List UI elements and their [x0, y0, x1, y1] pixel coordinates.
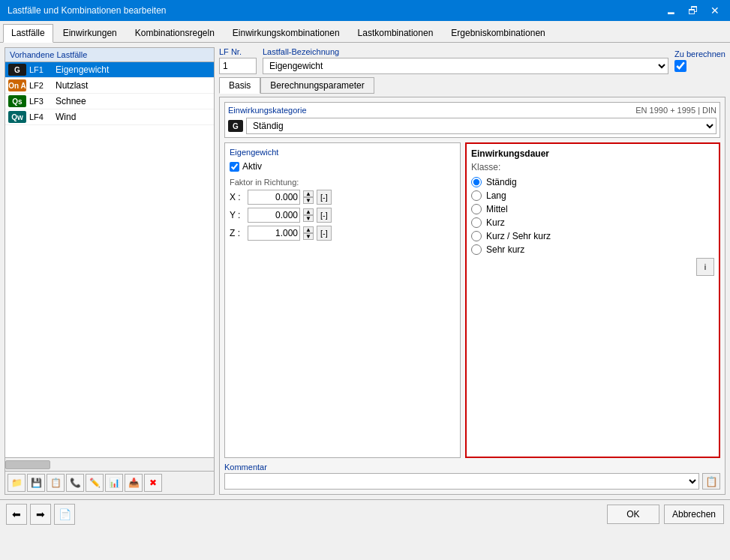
radio-mittel-input[interactable] — [471, 204, 482, 214]
faktor-z-row: Z : ▲ ▼ [-] — [230, 226, 455, 241]
title-bar: Lastfälle und Kombinationen bearbeiten 🗕… — [0, 0, 730, 21]
lf-item[interactable]: Qs LF3 Schnee — [5, 94, 214, 109]
doc-button[interactable]: 📄 — [54, 504, 75, 525]
z-axis-label: Z : — [230, 228, 245, 238]
aktiv-label: Aktiv — [242, 161, 262, 172]
left-toolbar: 📁 💾 📋 📞 ✏️ 📊 📥 ✖ — [5, 471, 214, 494]
phone-button[interactable]: 📞 — [66, 474, 84, 492]
horizontal-scrollbar[interactable] — [5, 457, 214, 471]
einwirkungskategorie-select[interactable]: Ständig — [246, 118, 716, 134]
radio-kurz: Kurz — [471, 217, 714, 228]
radio-kurz-label: Kurz — [486, 217, 505, 228]
kommentar-select[interactable] — [224, 473, 699, 490]
minimize-button[interactable]: 🗕 — [662, 4, 679, 16]
main-tab-bar: Lastfälle Einwirkungen Kombinationsregel… — [0, 21, 730, 43]
window-title: Lastfälle und Kombinationen bearbeiten — [8, 5, 167, 16]
bottom-bar: ⬅ ➡ 📄 OK Abbrechen — [0, 499, 730, 528]
bezeichnung-select[interactable]: Eigengewicht — [263, 58, 668, 74]
lf-item[interactable]: Qw LF4 Wind — [5, 109, 214, 125]
bezeichnung-group: Lastfall-Bezeichnung Eigengewicht — [263, 47, 668, 74]
radio-kurz-sehr-kurz-input[interactable] — [471, 231, 482, 241]
x-spinner-up[interactable]: ▲ — [303, 190, 314, 197]
sub-tab-berechnungsparameter[interactable]: Berechnungsparameter — [260, 77, 374, 94]
z-bracket-button[interactable]: [-] — [317, 226, 332, 241]
y-spinner: ▲ ▼ — [303, 208, 314, 222]
tab-ergebniskombinationen[interactable]: Ergebniskombinationen — [443, 24, 553, 42]
radio-sehr-kurz-label: Sehr kurz — [486, 244, 524, 255]
z-spinner-down[interactable]: ▼ — [303, 233, 314, 240]
einwirkungskategorie-select-wrap: G Ständig — [228, 118, 716, 134]
radio-standig-input[interactable] — [471, 177, 482, 187]
save-button[interactable]: 💾 — [27, 474, 45, 492]
zu-berechnen-checkbox[interactable] — [674, 60, 686, 72]
y-spinner-up[interactable]: ▲ — [303, 208, 314, 215]
faktor-x-row: X : ▲ ▼ [-] — [230, 190, 455, 205]
einwirkungskategorie-section: Einwirkungskategorie EN 1990 + 1995 | DI… — [224, 102, 720, 138]
kommentar-button[interactable]: 📋 — [702, 473, 720, 490]
einwirkungsdauer-section: Einwirkungsdauer Klasse: Ständig Lang Mi… — [465, 142, 720, 458]
back-button[interactable]: ⬅ — [6, 504, 27, 525]
close-button[interactable]: ✕ — [707, 4, 722, 16]
tab-einwirkungen[interactable]: Einwirkungen — [55, 24, 125, 42]
edit-button[interactable]: ✏️ — [86, 474, 104, 492]
einwirkungskategorie-header: Einwirkungskategorie EN 1990 + 1995 | DI… — [228, 106, 716, 115]
abbrechen-button[interactable]: Abbrechen — [664, 505, 724, 524]
tab-lastfaelle[interactable]: Lastfälle — [3, 24, 53, 43]
radio-kurz-input[interactable] — [471, 217, 482, 228]
lf-badge-qs: Qs — [8, 95, 26, 107]
g-badge: G — [228, 120, 243, 132]
delete-button[interactable]: ✖ — [144, 474, 162, 492]
lf-nr-input[interactable] — [219, 58, 257, 74]
scroll-thumb[interactable] — [5, 460, 50, 469]
y-bracket-button[interactable]: [-] — [317, 208, 332, 223]
window-controls: 🗕 🗗 ✕ — [662, 4, 722, 16]
table-button[interactable]: 📊 — [105, 474, 123, 492]
x-axis-label: X : — [230, 192, 245, 202]
tab-lastkombinationen[interactable]: Lastkombinationen — [350, 24, 442, 42]
restore-button[interactable]: 🗗 — [685, 4, 701, 16]
sub-tab-basis[interactable]: Basis — [219, 77, 260, 94]
x-spinner-down[interactable]: ▼ — [303, 197, 314, 204]
bottom-right-buttons: OK Abbrechen — [607, 505, 724, 524]
copy-button[interactable]: 📋 — [47, 474, 65, 492]
y-input[interactable] — [248, 208, 300, 223]
y-spinner-down[interactable]: ▼ — [303, 215, 314, 222]
einwirkungsdauer-title: Einwirkungsdauer — [471, 148, 714, 159]
eigengewicht-title: Eigengewicht — [230, 148, 455, 157]
sub-tab-bar: Basis Berechnungsparameter — [219, 77, 725, 94]
aktiv-checkbox[interactable] — [230, 162, 239, 172]
lf-badge-ona: On A — [8, 79, 26, 91]
lf-name: Nutzlast — [56, 80, 88, 91]
tab-kombinationsregeln[interactable]: Kombinationsregeln — [127, 24, 223, 42]
z-spinner: ▲ ▼ — [303, 226, 314, 240]
x-input[interactable] — [248, 190, 300, 205]
lf-list: G LF1 Eigengewicht On A LF2 Nutzlast Qs … — [5, 62, 214, 457]
import-button[interactable]: 📥 — [125, 474, 143, 492]
z-input[interactable] — [248, 226, 300, 241]
radio-standig-label: Ständig — [486, 177, 517, 187]
zu-berechnen-label: Zu berechnen — [674, 49, 725, 58]
forward-button[interactable]: ➡ — [30, 504, 51, 525]
z-spinner-up[interactable]: ▲ — [303, 226, 314, 233]
tab-einwirkungskombinationen[interactable]: Einwirkungskombinationen — [224, 24, 348, 42]
lf-item[interactable]: G LF1 Eigengewicht — [5, 62, 214, 78]
zu-berechnen-group: Zu berechnen — [674, 49, 725, 72]
right-panel: LF Nr. Lastfall-Bezeichnung Eigengewicht… — [219, 47, 725, 495]
radio-lang-input[interactable] — [471, 190, 482, 201]
info-button[interactable]: i — [696, 258, 714, 276]
left-panel: Vorhandene Lastfälle G LF1 Eigengewicht … — [5, 47, 215, 495]
klasse-label: Klasse: — [471, 162, 714, 172]
lf-nr-label: LF Nr. — [219, 47, 257, 56]
lf-item[interactable]: On A LF2 Nutzlast — [5, 78, 214, 94]
y-axis-label: Y : — [230, 210, 245, 220]
einwirkungsdauer-footer: i — [471, 258, 714, 276]
lf-nr-group: LF Nr. — [219, 47, 257, 74]
add-button[interactable]: 📁 — [8, 474, 26, 492]
radio-sehr-kurz: Sehr kurz — [471, 244, 714, 255]
radio-sehr-kurz-input[interactable] — [471, 244, 482, 255]
x-spinner: ▲ ▼ — [303, 190, 314, 204]
ok-button[interactable]: OK — [607, 505, 659, 524]
radio-lang: Lang — [471, 190, 714, 201]
x-bracket-button[interactable]: [-] — [317, 190, 332, 205]
content-area: Vorhandene Lastfälle G LF1 Eigengewicht … — [0, 43, 730, 499]
